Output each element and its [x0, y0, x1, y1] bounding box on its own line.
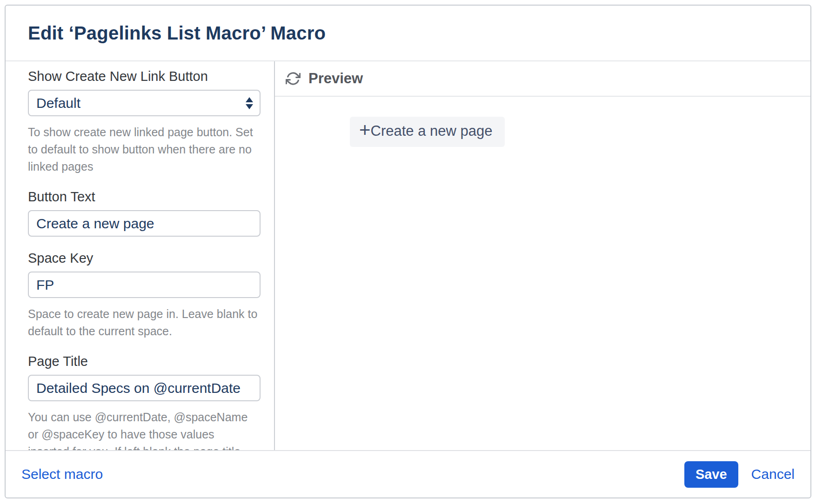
select-macro-link[interactable]: Select macro [21, 466, 103, 482]
plus-icon: + [359, 120, 371, 140]
button-text-input[interactable] [28, 210, 261, 237]
preview-header: Preview [275, 61, 810, 97]
preview-create-page-button[interactable]: + Create a new page [350, 117, 505, 147]
dialog-footer: Select macro Save Cancel [6, 450, 810, 497]
dialog-title: Edit ‘Pagelinks List Macro’ Macro [28, 23, 326, 44]
preview-content: + Create a new page [275, 97, 810, 450]
preview-create-page-label: Create a new page [371, 123, 493, 139]
save-button[interactable]: Save [684, 461, 738, 488]
show-create-link-select-wrap: Default [28, 90, 261, 116]
field-button-text: Button Text [28, 189, 261, 237]
field-space-key: Space Key Space to create new page in. L… [28, 251, 261, 340]
preview-panel: Preview + Create a new page [275, 61, 810, 450]
field-page-title: Page Title You can use @currentDate, @sp… [28, 354, 261, 450]
macro-edit-dialog: Edit ‘Pagelinks List Macro’ Macro Show C… [5, 5, 811, 498]
refresh-icon[interactable] [285, 71, 301, 86]
page-title-label: Page Title [28, 354, 261, 369]
space-key-input[interactable] [28, 272, 261, 298]
page-title-help-text: You can use @currentDate, @spaceName or … [28, 409, 251, 450]
dialog-header: Edit ‘Pagelinks List Macro’ Macro [6, 6, 810, 61]
show-create-link-label: Show Create New Link Button [28, 69, 261, 84]
show-create-link-help-text: To show create new linked page button. S… [28, 124, 263, 175]
preview-title: Preview [308, 70, 363, 87]
macro-parameters-form: Show Create New Link Button Default To s… [6, 61, 275, 450]
show-create-link-select[interactable]: Default [28, 90, 261, 116]
cancel-link[interactable]: Cancel [751, 466, 795, 482]
button-text-label: Button Text [28, 189, 261, 205]
field-show-create-new-link-button: Show Create New Link Button Default To s… [28, 69, 261, 175]
dialog-body: Show Create New Link Button Default To s… [6, 61, 810, 450]
space-key-label: Space Key [28, 251, 261, 266]
space-key-help-text: Space to create new page in. Leave blank… [28, 305, 263, 340]
footer-actions: Save Cancel [684, 461, 795, 488]
page-title-input[interactable] [28, 375, 261, 401]
